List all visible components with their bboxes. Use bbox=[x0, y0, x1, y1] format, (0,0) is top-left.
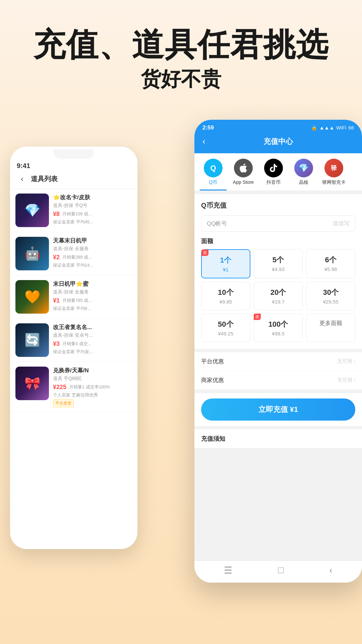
denom-5-count: 5个 bbox=[258, 255, 299, 265]
tool-price-4: ¥3 bbox=[53, 340, 60, 347]
denom-title: 面额 bbox=[201, 237, 355, 245]
tool-item-1[interactable]: 💎 ⭐改名卡/皮肤 道具-担保 手Q号 ¥8 月销量109 成... 保证金卖家… bbox=[10, 189, 137, 232]
tool-item-2[interactable]: 🤖 天幕末日机甲 道具-担保 全服务 ¥2 月销量289 成... 保证金卖家 … bbox=[10, 232, 137, 275]
denom-30-price: ¥29.55 bbox=[310, 299, 351, 305]
nav-back-icon[interactable]: ‹ bbox=[329, 565, 333, 576]
tool-image-3: 🧡 bbox=[15, 280, 49, 314]
denom-20[interactable]: 20个 ¥19.7 bbox=[254, 282, 303, 310]
tool-info-1: ⭐改名卡/皮肤 道具-担保 手Q号 ¥8 月销量109 成... 保证金卖家 平… bbox=[53, 194, 132, 225]
tool-image-2: 🤖 bbox=[15, 237, 49, 270]
tool-desc-1: 道具-担保 手Q号 bbox=[53, 203, 132, 209]
denom-1-price: ¥1 bbox=[206, 267, 246, 272]
merchant-discount-label: 商家优惠 bbox=[201, 376, 224, 384]
platform-discount-value: 无可用 › bbox=[337, 358, 355, 365]
more-denom-button[interactable]: 更多面额 bbox=[306, 314, 355, 342]
platform-tag: 平台发货 bbox=[53, 399, 74, 407]
phone-right: 2:59 🔒 ▲▲▲ WiFi 66 ‹ 充值中心 Q bbox=[194, 120, 362, 583]
crystal-label: 晶核 bbox=[299, 179, 308, 185]
denom-5-price: ¥4.93 bbox=[258, 266, 299, 272]
denom-1-count: 1个 bbox=[206, 255, 246, 265]
tool-image-1: 💎 bbox=[15, 194, 49, 227]
battery-icon: 66 bbox=[348, 125, 354, 130]
denom-50-count: 50个 bbox=[205, 319, 246, 329]
platform-chevron-icon: › bbox=[354, 359, 355, 364]
right-page-title: 充值中心 bbox=[263, 137, 293, 147]
tool-info-4: 改王者复名名... 道具-担保 安卓号... ¥3 月销量4 成交... 保证金… bbox=[53, 323, 132, 355]
denom-30[interactable]: 30个 ¥29.55 bbox=[306, 282, 355, 310]
wifi-icon: WiFi bbox=[336, 125, 346, 130]
tool-price-5: ¥225 bbox=[53, 384, 66, 391]
denom-20-count: 20个 bbox=[258, 287, 299, 298]
left-back-button[interactable]: ‹ bbox=[17, 174, 27, 184]
merchant-discount-row[interactable]: 商家优惠 无可用 › bbox=[194, 371, 362, 390]
tool-guarantee-5: 个人卖家 芝麻信用优秀 bbox=[53, 392, 132, 398]
tool-sales-4: 月销量4 成交... bbox=[62, 341, 92, 347]
qq-label: Q币 bbox=[209, 179, 218, 185]
tool-price-1: ¥8 bbox=[53, 211, 60, 218]
tool-desc-5: 道具 手Q88区 bbox=[53, 376, 132, 382]
appstore-icon bbox=[234, 159, 253, 177]
tab-crystal[interactable]: 💎 晶核 bbox=[290, 159, 317, 191]
tool-guarantee-1: 保证金卖家 平均45... bbox=[53, 219, 132, 225]
tool-desc-2: 道具-担保 全服务 bbox=[53, 246, 132, 252]
tool-item-3[interactable]: 🧡 末日机甲⭐蜜 道具-担保 全服务 ¥1 月销量785 成... 保证金卖家 … bbox=[10, 275, 137, 319]
hui-badge-100: 惠 bbox=[254, 314, 261, 320]
phone-left: 9:41 ‹ 道具列表 💎 ⭐改名卡/皮肤 道具-担保 手Q号 ¥8 月销量10… bbox=[10, 147, 137, 549]
appstore-label: App Store bbox=[233, 179, 254, 185]
right-back-button[interactable]: ‹ bbox=[202, 136, 205, 147]
tool-price-row-4: ¥3 月销量4 成交... bbox=[53, 340, 132, 347]
left-page-title: 道具列表 bbox=[31, 174, 58, 183]
denom-50[interactable]: 50个 ¥49.25 bbox=[201, 314, 250, 342]
junka-icon: 驿 bbox=[324, 159, 343, 177]
denom-1[interactable]: 惠 1个 ¥1 bbox=[201, 249, 250, 278]
tab-junka[interactable]: 驿 驿网智充卡 bbox=[320, 159, 347, 191]
denomination-grid: 惠 1个 ¥1 5个 ¥4.93 6个 ¥5.98 10个 bbox=[201, 249, 355, 342]
qq-account-placeholder: 请填写 bbox=[333, 220, 350, 227]
junka-label: 驿网智充卡 bbox=[322, 179, 346, 185]
qq-account-row[interactable]: QQ帐号 请填写 bbox=[201, 215, 355, 232]
tool-image-5: 🎀 bbox=[15, 367, 49, 400]
crystal-icon: 💎 bbox=[294, 159, 313, 177]
denom-5[interactable]: 5个 ¥4.93 bbox=[254, 249, 303, 278]
platform-discount-row[interactable]: 平台优惠 无可用 › bbox=[194, 352, 362, 371]
left-phone-header: ‹ 道具列表 bbox=[10, 170, 137, 189]
right-nav-bar: ‹ 充值中心 bbox=[194, 131, 362, 153]
recharge-section: Q币充值 QQ帐号 请填写 面额 惠 1个 ¥1 5个 ¥4.93 bbox=[194, 194, 362, 349]
notice-section: 充值须知 bbox=[194, 429, 362, 448]
left-phone-notch bbox=[54, 149, 94, 159]
tiktok-label: 抖音币 bbox=[266, 179, 281, 185]
phones-container: 9:41 ‹ 道具列表 💎 ⭐改名卡/皮肤 道具-担保 手Q号 ¥8 月销量10… bbox=[0, 120, 362, 596]
tool-info-3: 末日机甲⭐蜜 道具-担保 全服务 ¥1 月销量785 成... 保证金卖家 平均… bbox=[53, 280, 132, 312]
right-status-bar: 2:59 🔒 ▲▲▲ WiFi 66 bbox=[194, 120, 362, 131]
tool-price-row-5: ¥225 月销量1 成交率100% bbox=[53, 384, 132, 391]
tool-guarantee-3: 保证金卖家 平均9... bbox=[53, 306, 132, 312]
tool-item-4[interactable]: 🔄 改王者复名名... 道具-担保 安卓号... ¥3 月销量4 成交... 保… bbox=[10, 319, 137, 362]
tool-name-2: 天幕末日机甲 bbox=[53, 237, 132, 245]
qq-account-label: QQ帐号 bbox=[207, 220, 333, 227]
denom-30-count: 30个 bbox=[310, 287, 351, 298]
denom-100-price: ¥98.5 bbox=[258, 331, 299, 336]
nav-home-icon[interactable]: □ bbox=[278, 565, 284, 576]
tool-sales-1: 月销量109 成... bbox=[62, 211, 92, 217]
denom-6-price: ¥5.98 bbox=[310, 266, 351, 272]
lock-icon: 🔒 bbox=[311, 125, 317, 131]
signal-icon: ▲▲▲ bbox=[319, 125, 335, 130]
denom-6[interactable]: 6个 ¥5.98 bbox=[306, 249, 355, 278]
hero-section: 充值、道具任君挑选 货好不贵 bbox=[0, 0, 362, 106]
tool-info-5: 兑换券/天幕/N 道具 手Q88区 ¥225 月销量1 成交率100% 个人卖家… bbox=[53, 367, 132, 407]
tool-item-5[interactable]: 🎀 兑换券/天幕/N 道具 手Q88区 ¥225 月销量1 成交率100% 个人… bbox=[10, 362, 137, 412]
tab-appstore[interactable]: App Store bbox=[230, 159, 257, 191]
tab-qq[interactable]: Q Q币 bbox=[200, 159, 227, 191]
denom-100[interactable]: 惠 100个 ¥98.5 bbox=[254, 314, 303, 342]
hui-badge-1: 惠 bbox=[201, 250, 208, 256]
tab-tiktok[interactable]: 抖音币 bbox=[260, 159, 287, 191]
tool-name-1: ⭐改名卡/皮肤 bbox=[53, 194, 132, 201]
tool-price-3: ¥1 bbox=[53, 297, 60, 304]
denom-10[interactable]: 10个 ¥9.85 bbox=[201, 282, 250, 310]
nav-menu-icon[interactable]: ☰ bbox=[224, 565, 232, 576]
hero-subtitle: 货好不贵 bbox=[13, 66, 349, 93]
right-status-icons: 🔒 ▲▲▲ WiFi 66 bbox=[311, 125, 354, 131]
tool-price-row-2: ¥2 月销量289 成... bbox=[53, 254, 132, 261]
tool-price-row-3: ¥1 月销量785 成... bbox=[53, 297, 132, 304]
recharge-button[interactable]: 立即充值 ¥1 bbox=[201, 398, 355, 421]
